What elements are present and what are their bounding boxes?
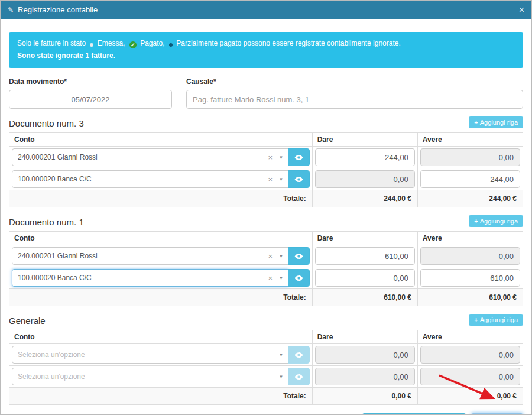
totale-label: Totale: [9,190,313,208]
avere-input[interactable] [420,269,520,287]
chevron-down-icon: ▾ [280,374,283,380]
chevron-down-icon: ▾ [280,253,283,259]
pencil-icon: ✎ [8,6,14,14]
clear-icon[interactable]: × [268,175,273,184]
section-documento-1: Documento num. 1 +Aggiungi riga Conto Da… [9,215,523,306]
view-account-button[interactable] [288,247,310,265]
alert-end-text: possono essere registrate contabilmente … [244,39,401,47]
dare-input[interactable] [315,148,415,166]
conto-select-value: 240.000201 Gianni Rossi [18,153,268,161]
section-title: Documento num. 3 [9,118,84,128]
add-row-button[interactable]: +Aggiungi riga [469,314,523,326]
plus-icon: + [474,316,478,323]
avere-input [420,346,520,364]
table-row: 100.000020 Banca C/C × ▾ [9,267,523,289]
avere-input [420,148,520,166]
avere-input [420,368,520,385]
conto-select[interactable]: 240.000201 Gianni Rossi × ▾ [12,148,288,166]
totale-row: Totale: 610,00 € 610,00 € [9,289,523,306]
totale-row: Totale: 244,00 € 244,00 € [9,190,523,208]
alert-line-2: Sono state ignorate 1 fatture. [17,50,515,62]
view-account-button [288,368,310,385]
modal-title: Registrazione contabile [18,5,519,14]
column-header-dare: Dare [312,330,417,344]
totale-avere: 244,00 € [417,190,523,208]
column-header-avere: Avere [417,133,523,147]
totale-dare: 0,00 € [312,388,417,405]
close-icon[interactable]: × [519,5,524,15]
clear-icon[interactable]: × [268,252,273,261]
view-account-button[interactable] [288,269,310,287]
table-row: 240.000201 Gianni Rossi × ▾ [9,245,523,267]
avere-input[interactable] [420,170,520,188]
conto-select-placeholder: Seleziona un'opzione [18,372,280,381]
chevron-down-icon: ▾ [280,352,283,358]
form-row: Data movimento* Causale* [9,77,523,109]
view-account-button[interactable] [288,148,310,166]
column-header-avere: Avere [417,330,523,344]
table-row: Seleziona un'opzione ▾ [9,366,523,388]
totale-row: Totale: 0,00 € 0,00 € [9,388,523,405]
table-row: 240.000201 Gianni Rossi × ▾ [9,147,523,168]
dare-input[interactable] [315,269,415,287]
conto-select[interactable]: 100.000020 Banca C/C × ▾ [12,170,288,188]
accounting-table: Conto Dare Avere Seleziona un'opzione ▾ [9,330,523,405]
totale-dare: 244,00 € [312,190,417,208]
add-row-label: Aggiungi riga [480,218,518,225]
conto-select[interactable]: Seleziona un'opzione ▾ [12,368,288,385]
avere-input [420,247,520,265]
conto-select-value: 100.000020 Banca C/C [18,274,268,282]
causale-input[interactable] [186,90,523,109]
dare-input[interactable] [315,247,415,265]
column-header-conto: Conto [9,232,313,245]
status-emessa-label: Emessa, [98,39,125,47]
modal-footer: +Aggiungi e crea modello +Aggiungi [1,405,531,415]
chevron-down-icon: ▾ [280,176,283,182]
conto-select[interactable]: 240.000201 Gianni Rossi × ▾ [12,247,288,265]
status-pagato-label: Pagato, [140,39,164,47]
data-movimento-input[interactable] [9,90,172,109]
conto-select-value: 240.000201 Gianni Rossi [18,252,268,260]
table-row: Seleziona un'opzione ▾ [9,344,523,366]
eye-icon [294,176,303,183]
section-generale: Generale +Aggiungi riga Conto Dare Avere… [9,314,523,405]
dare-input [315,346,415,364]
totale-avere: 0,00 € [417,388,523,405]
clear-icon[interactable]: × [268,153,273,162]
section-documento-3: Documento num. 3 +Aggiungi riga Conto Da… [9,116,523,208]
totale-avere: 610,00 € [417,289,523,306]
eye-icon [294,253,303,260]
accounting-table: Conto Dare Avere 240.000201 Gianni Rossi… [9,132,523,208]
table-row: 100.000020 Banca C/C × ▾ [9,168,523,190]
chevron-down-icon: ▾ [280,275,283,281]
conto-select-value: 100.000020 Banca C/C [18,175,268,183]
section-title: Generale [9,316,46,326]
totale-label: Totale: [9,289,313,306]
causale-label: Causale* [186,77,523,86]
column-header-avere: Avere [417,232,523,245]
data-movimento-field: Data movimento* [9,77,172,109]
conto-select[interactable]: Seleziona un'opzione ▾ [12,346,288,364]
conto-select[interactable]: 100.000020 Banca C/C × ▾ [12,269,288,287]
add-row-button[interactable]: +Aggiungi riga [469,215,523,227]
eye-icon [294,275,303,281]
chevron-down-icon: ▾ [280,154,283,160]
view-account-button [288,346,310,364]
causale-field: Causale* [186,77,523,109]
alert-intro-text: Solo le fatture in stato [17,39,86,47]
parzialmente-pagato-status-icon [169,43,173,47]
column-header-dare: Dare [312,133,417,147]
totale-dare: 610,00 € [312,289,417,306]
status-parziale-label: Parzialmente pagato [176,39,241,47]
dare-input [315,368,415,385]
emessa-status-icon [90,43,93,47]
plus-icon: + [474,119,478,126]
eye-icon [294,374,303,380]
add-row-button[interactable]: +Aggiungi riga [469,116,523,128]
clear-icon[interactable]: × [268,274,273,283]
view-account-button[interactable] [288,170,310,188]
section-title: Documento num. 1 [9,217,84,227]
column-header-conto: Conto [9,133,313,147]
plus-icon: + [474,218,478,225]
registrazione-contabile-modal: { "colors": { "header_bg": "#2c7ea4", "a… [0,0,532,415]
